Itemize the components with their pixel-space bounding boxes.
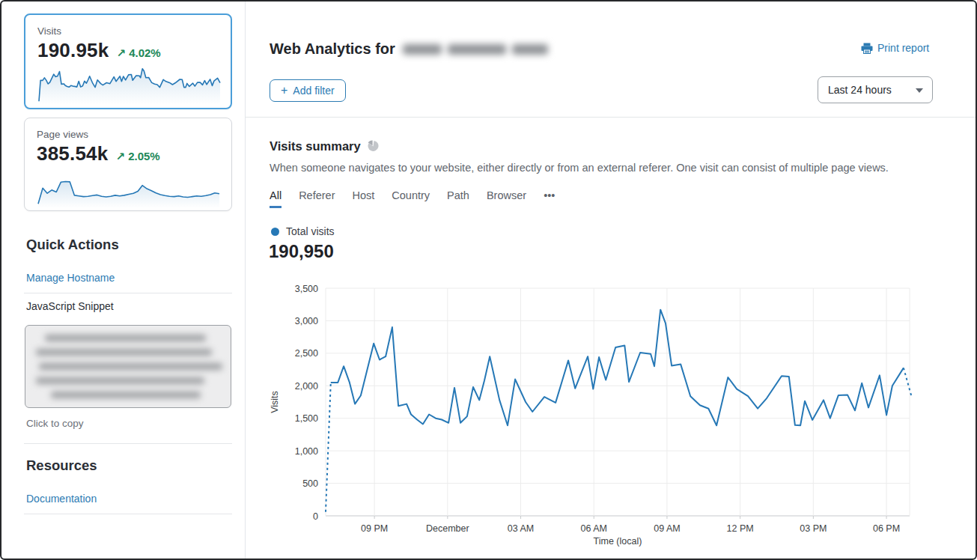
visits-summary-heading: Visits summary bbox=[270, 139, 380, 153]
add-filter-button[interactable]: + Add filter bbox=[270, 79, 346, 102]
redacted-domain-blur bbox=[403, 44, 548, 55]
visits-sparkline-chart bbox=[37, 65, 222, 106]
summary-tabs: AllRefererHostCountryPathBrowser••• bbox=[270, 189, 555, 208]
tab-all[interactable]: All bbox=[270, 189, 281, 208]
quick-actions-heading: Quick Actions bbox=[26, 237, 119, 253]
redacted-code-line bbox=[36, 349, 212, 356]
print-report-label: Print report bbox=[877, 42, 929, 54]
svg-text:2,500: 2,500 bbox=[295, 348, 318, 359]
pie-chart-icon bbox=[367, 140, 380, 153]
pageviews-trend: ↗ 2.05% bbox=[115, 150, 159, 163]
visits-card-value: 190.95k bbox=[37, 39, 109, 62]
header-divider bbox=[246, 117, 976, 118]
sidebar-divider bbox=[24, 514, 232, 514]
svg-text:December: December bbox=[426, 523, 469, 534]
visits-line-chart[interactable]: 05001,0001,5002,0002,5003,0003,50009 PMD… bbox=[260, 279, 919, 552]
total-visits-value: 190,950 bbox=[269, 241, 334, 262]
page-title: Web Analytics for bbox=[270, 40, 548, 58]
chart-legend: Total visits bbox=[271, 225, 335, 237]
chevron-down-icon bbox=[916, 88, 923, 93]
svg-text:1,000: 1,000 bbox=[295, 446, 318, 457]
pageviews-card-label: Page views bbox=[37, 129, 219, 140]
legend-label: Total visits bbox=[286, 225, 335, 237]
redacted-code-line bbox=[51, 392, 201, 398]
legend-dot-icon bbox=[271, 228, 279, 236]
pageviews-card-value: 385.54k bbox=[37, 142, 108, 165]
svg-text:500: 500 bbox=[302, 478, 318, 489]
svg-text:12 PM: 12 PM bbox=[727, 523, 754, 534]
pageviews-stat-card[interactable]: Page views 385.54k ↗ 2.05% bbox=[24, 118, 232, 211]
svg-text:Visits: Visits bbox=[270, 391, 280, 413]
svg-text:0: 0 bbox=[313, 511, 318, 522]
svg-text:09 PM: 09 PM bbox=[361, 523, 388, 534]
visits-stat-card[interactable]: Visits 190.95k ↗ 4.02% bbox=[24, 13, 232, 109]
tab-country[interactable]: Country bbox=[392, 189, 430, 208]
svg-text:3,500: 3,500 bbox=[295, 284, 318, 294]
svg-text:Time (local): Time (local) bbox=[594, 536, 642, 547]
time-range-select[interactable]: Last 24 hours bbox=[818, 76, 933, 103]
js-snippet-label: JavaScript Snippet bbox=[26, 300, 114, 312]
sidebar-main-divider bbox=[245, 1, 246, 559]
tab-browser[interactable]: Browser bbox=[487, 189, 526, 208]
documentation-link[interactable]: Documentation bbox=[26, 493, 97, 505]
up-right-arrow-icon: ↗ bbox=[115, 150, 125, 162]
svg-text:03 PM: 03 PM bbox=[800, 523, 827, 534]
add-filter-label: Add filter bbox=[293, 85, 334, 97]
visits-card-label: Visits bbox=[37, 25, 219, 37]
svg-text:2,000: 2,000 bbox=[295, 381, 318, 392]
redacted-code-line bbox=[45, 335, 206, 341]
tab-referer[interactable]: Referer bbox=[299, 189, 335, 208]
manage-hostname-link[interactable]: Manage Hostname bbox=[26, 272, 115, 284]
redacted-code-line bbox=[39, 363, 222, 370]
click-to-copy-hint: Click to copy bbox=[26, 418, 84, 429]
svg-text:06 AM: 06 AM bbox=[581, 523, 607, 534]
print-report-button[interactable]: Print report bbox=[861, 42, 929, 54]
svg-text:09 AM: 09 AM bbox=[654, 523, 680, 534]
svg-text:1,500: 1,500 bbox=[295, 413, 318, 424]
plus-icon: + bbox=[281, 85, 287, 97]
sidebar-divider bbox=[24, 293, 232, 293]
up-right-arrow-icon: ↗ bbox=[116, 46, 126, 59]
redacted-code-line bbox=[36, 377, 204, 384]
tab-host[interactable]: Host bbox=[352, 189, 374, 208]
svg-text:06 PM: 06 PM bbox=[873, 523, 900, 534]
resources-heading: Resources bbox=[26, 457, 97, 474]
sidebar-divider bbox=[24, 443, 232, 444]
visits-summary-description: When someone navigates to your website, … bbox=[270, 162, 928, 174]
svg-text:03 AM: 03 AM bbox=[508, 523, 534, 534]
time-range-value: Last 24 hours bbox=[828, 84, 892, 96]
pageviews-sparkline-chart bbox=[37, 168, 221, 209]
printer-icon bbox=[861, 43, 873, 54]
svg-text:3,000: 3,000 bbox=[295, 316, 318, 326]
tab-more[interactable]: ••• bbox=[544, 189, 555, 208]
js-snippet-code-box[interactable] bbox=[25, 325, 231, 408]
tab-path[interactable]: Path bbox=[447, 189, 469, 208]
visits-trend: ↗ 4.02% bbox=[116, 46, 160, 60]
web-analytics-page: Visits 190.95k ↗ 4.02% Page views 385.54… bbox=[0, 0, 977, 560]
